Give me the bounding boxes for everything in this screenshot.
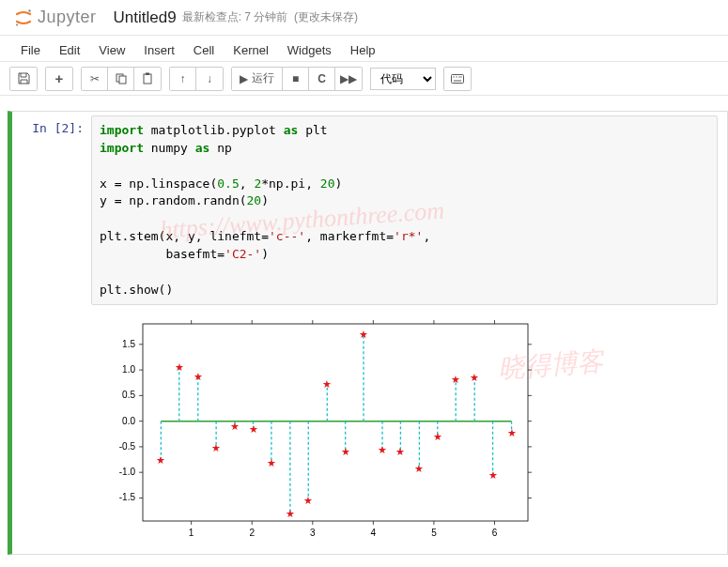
copy-icon: [116, 73, 127, 84]
svg-text:5: 5: [431, 528, 437, 538]
menu-cell[interactable]: Cell: [184, 39, 224, 59]
paste-button[interactable]: [134, 68, 161, 90]
svg-text:4: 4: [371, 528, 377, 538]
arrow-up-icon: ↑: [180, 72, 186, 85]
svg-text:★: ★: [322, 379, 332, 391]
stop-icon: ■: [292, 72, 299, 85]
svg-text:★: ★: [175, 362, 184, 374]
checkpoint-info: 最新检查点: 7 分钟前 (更改未保存): [182, 9, 358, 25]
code-editor[interactable]: import matplotlib.pyplot as plt import n…: [91, 115, 718, 305]
paste-icon: [142, 72, 153, 84]
svg-point-10: [458, 76, 459, 77]
notebook-area: In [2]: import matplotlib.pyplot as plt …: [0, 96, 728, 555]
restart-button[interactable]: C: [309, 68, 335, 90]
svg-text:★: ★: [507, 427, 517, 438]
svg-rect-5: [146, 73, 149, 76]
svg-point-9: [456, 76, 457, 77]
cell-output: -1.5-1.0-0.50.00.51.01.5123456★★★★★★★★★★…: [91, 305, 727, 550]
restart-run-all-button[interactable]: ▶▶: [335, 68, 362, 90]
svg-point-0: [28, 9, 30, 11]
toolbar: + ✂ ↑ ↓ ▶运行 ■ C ▶▶ 代码: [0, 62, 728, 96]
svg-text:0.5: 0.5: [122, 391, 135, 401]
cell-type-select[interactable]: 代码: [370, 68, 436, 90]
svg-text:★: ★: [211, 442, 221, 453]
svg-text:★: ★: [230, 421, 240, 433]
save-button[interactable]: [10, 68, 37, 90]
svg-text:-0.5: -0.5: [119, 441, 136, 452]
svg-text:1.5: 1.5: [122, 339, 135, 349]
svg-text:★: ★: [249, 423, 258, 435]
svg-rect-6: [452, 74, 464, 83]
svg-text:1.0: 1.0: [122, 365, 135, 375]
add-cell-button[interactable]: +: [46, 68, 72, 90]
jupyter-logo-text: Jupyter: [38, 8, 97, 27]
svg-text:★: ★: [267, 458, 276, 469]
notebook-title[interactable]: Untitled9: [114, 8, 177, 27]
svg-text:★: ★: [451, 374, 460, 385]
svg-text:★: ★: [359, 329, 368, 340]
menu-view[interactable]: View: [89, 39, 134, 59]
svg-text:★: ★: [156, 454, 165, 466]
move-down-button[interactable]: ↓: [196, 68, 223, 90]
menubar: File Edit View Insert Cell Kernel Widget…: [0, 36, 728, 62]
run-button[interactable]: ▶运行: [232, 68, 283, 90]
svg-text:★: ★: [286, 508, 295, 519]
plus-icon: +: [55, 70, 64, 86]
svg-text:1: 1: [189, 528, 194, 538]
code-cell[interactable]: In [2]: import matplotlib.pyplot as plt …: [8, 111, 728, 555]
svg-text:★: ★: [194, 371, 203, 382]
menu-widgets[interactable]: Widgets: [278, 39, 341, 59]
menu-insert[interactable]: Insert: [134, 39, 184, 59]
svg-point-11: [460, 76, 461, 77]
keyboard-icon: [451, 74, 464, 84]
svg-text:★: ★: [395, 447, 405, 458]
svg-text:★: ★: [470, 373, 479, 384]
copy-button[interactable]: [108, 68, 134, 90]
svg-text:★: ★: [414, 463, 424, 474]
svg-text:★: ★: [341, 447, 350, 458]
cut-icon: ✂: [90, 72, 100, 85]
svg-text:6: 6: [492, 528, 498, 538]
menu-help[interactable]: Help: [341, 39, 385, 59]
svg-text:★: ★: [433, 431, 442, 442]
svg-text:2: 2: [249, 528, 255, 538]
svg-text:★: ★: [378, 444, 387, 455]
jupyter-logo[interactable]: Jupyter: [13, 8, 97, 28]
stem-plot: -1.5-1.0-0.50.00.51.01.5123456★★★★★★★★★★…: [91, 313, 542, 547]
cut-button[interactable]: ✂: [82, 68, 108, 90]
header: Jupyter Untitled9 最新检查点: 7 分钟前 (更改未保存): [0, 0, 728, 36]
svg-text:★: ★: [303, 496, 313, 507]
interrupt-button[interactable]: ■: [283, 68, 309, 90]
play-icon: ▶: [240, 72, 248, 85]
svg-text:0.0: 0.0: [122, 416, 135, 426]
restart-icon: C: [318, 72, 326, 85]
menu-kernel[interactable]: Kernel: [224, 39, 278, 59]
command-palette-button[interactable]: [444, 68, 471, 90]
svg-rect-12: [143, 324, 528, 521]
svg-point-8: [453, 76, 454, 77]
menu-file[interactable]: File: [11, 39, 50, 59]
svg-rect-4: [144, 74, 151, 84]
svg-point-1: [16, 23, 18, 25]
save-icon: [18, 72, 30, 84]
arrow-down-icon: ↓: [207, 72, 212, 85]
jupyter-logo-icon: [13, 8, 34, 28]
svg-text:-1.5: -1.5: [119, 493, 136, 503]
svg-text:3: 3: [310, 528, 316, 538]
svg-text:-1.0: -1.0: [119, 467, 136, 478]
menu-edit[interactable]: Edit: [50, 39, 89, 59]
svg-rect-3: [119, 76, 126, 84]
move-up-button[interactable]: ↑: [170, 68, 196, 90]
svg-text:★: ★: [488, 469, 498, 481]
fast-forward-icon: ▶▶: [340, 72, 357, 85]
input-prompt: In [2]:: [12, 115, 91, 550]
